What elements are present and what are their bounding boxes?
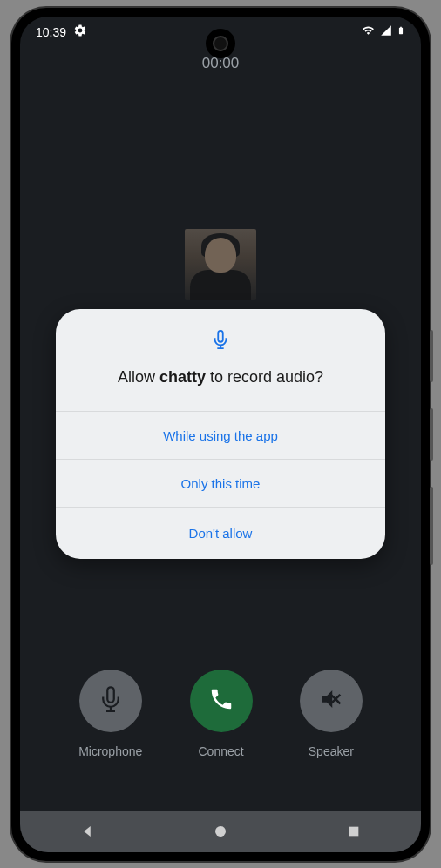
- phone-screen: 10:39 00:00: [20, 17, 421, 852]
- permission-only-this-time-button[interactable]: Only this time: [56, 459, 385, 507]
- camera-notch: [206, 29, 235, 58]
- permission-dont-allow-button[interactable]: Don't allow: [56, 507, 385, 559]
- permission-dialog-overlay: Allow chatty to record audio? While usin…: [20, 17, 421, 852]
- phone-frame: 10:39 00:00: [11, 8, 430, 861]
- permission-while-using-button[interactable]: While using the app: [56, 411, 385, 459]
- permission-dialog-title: Allow chatty to record audio?: [73, 368, 368, 387]
- microphone-permission-icon: [211, 330, 230, 349]
- permission-dialog: Allow chatty to record audio? While usin…: [56, 309, 385, 559]
